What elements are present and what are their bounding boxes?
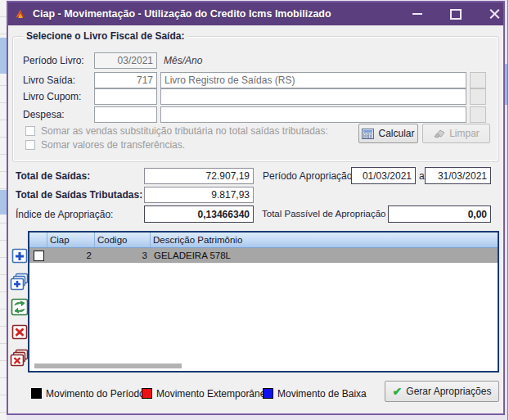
indice-apropriacao-field[interactable]: 0,13466340	[144, 205, 254, 223]
periodo-apropriacao-separator: a	[419, 170, 425, 182]
despesa-code-field[interactable]	[94, 106, 157, 123]
periodo-apropriacao-from-field[interactable]: 01/03/2021	[351, 167, 416, 184]
row-checkbox[interactable]	[34, 251, 44, 261]
periodo-apropriacao-to-field[interactable]: 31/03/2021	[425, 167, 491, 184]
total-saidas-tributadas-field[interactable]: 9.817,93	[144, 187, 254, 203]
close-button[interactable]	[480, 2, 508, 25]
app-logo-icon	[14, 7, 27, 20]
livro-saida-desc-field[interactable]: Livro Registro de Saídas (RS)	[160, 72, 466, 88]
background-bottom-sliver	[7, 415, 505, 420]
maximize-button[interactable]	[442, 2, 470, 25]
total-passivel-label: Total Passível de Apropriação Mês:	[262, 209, 409, 219]
row-descricao-cell: GELADEIRA 578L	[151, 248, 498, 263]
legend-swatch-extemporaneo	[142, 388, 152, 399]
row-select-cell	[29, 248, 47, 263]
refresh-icon	[11, 298, 29, 316]
background-band	[0, 38, 7, 74]
somar-transferencias-label: Somar valores de transferências.	[41, 139, 185, 151]
window-title: Ciap - Movimentação - Utilização do Cred…	[33, 8, 331, 20]
add-multiple-icon	[10, 272, 29, 291]
livro-cupom-label: Livro Cupom:	[23, 91, 81, 102]
row-ciap-cell: 2	[47, 248, 95, 263]
limpar-button[interactable]: Limpar	[422, 124, 490, 143]
grid-header-descricao[interactable]: Descrição Patrimônio	[151, 233, 498, 247]
despesa-label: Despesa:	[23, 109, 65, 120]
calcular-button-label: Calcular	[378, 128, 414, 139]
legend-swatch-periodo	[31, 388, 42, 399]
livro-saida-label: Livro Saída:	[23, 75, 75, 86]
grid-header-select	[29, 233, 47, 247]
minimize-button[interactable]	[403, 2, 431, 25]
limpar-button-label: Limpar	[449, 128, 480, 139]
background-border	[507, 0, 508, 420]
background-window-right-sliver	[505, 0, 509, 420]
total-saidas-label: Total de Saídas:	[16, 170, 90, 182]
table-row[interactable]: 2 3 GELADEIRA 578L	[29, 248, 498, 263]
dialog-client-area: Selecione o Livro Fiscal de Saída: Perío…	[8, 25, 503, 413]
delete-multiple-icon	[10, 348, 29, 368]
calculator-icon	[362, 129, 374, 139]
grid-header-codigo[interactable]: Codigo	[95, 233, 151, 247]
livro-cupom-code-field[interactable]	[94, 88, 157, 105]
somar-substituicao-label: Somar as vendas substituição tributária …	[41, 125, 328, 137]
total-saidas-field[interactable]: 72.907,19	[144, 168, 254, 184]
add-record-icon	[11, 247, 29, 265]
calcular-button[interactable]: Calcular	[358, 124, 418, 143]
groupbox-title: Selecione o Livro Fiscal de Saída:	[23, 30, 187, 42]
periodo-livro-label: Período Livro:	[23, 55, 84, 66]
grid-header-ciap[interactable]: Ciap	[47, 233, 95, 247]
total-saidas-tributadas-label: Total de Saídas Tributadas:	[16, 189, 142, 201]
livro-saida-lookup-button[interactable]	[470, 72, 486, 88]
check-icon: ✔	[393, 385, 403, 398]
close-icon	[489, 9, 500, 20]
total-passivel-field[interactable]: 0,00	[388, 205, 491, 223]
row-codigo-cell: 3	[95, 248, 151, 263]
delete-record-icon	[11, 323, 29, 341]
eraser-icon	[433, 129, 445, 138]
despesa-lookup-button[interactable]	[470, 106, 486, 123]
ciap-dialog: Ciap - Movimentação - Utilização do Cred…	[7, 1, 505, 415]
livro-saida-code-field[interactable]: 717	[94, 72, 157, 88]
livro-cupom-lookup-button[interactable]	[470, 88, 486, 105]
grid-header: Ciap Codigo Descrição Patrimônio	[29, 233, 498, 248]
background-fragment	[505, 64, 507, 105]
maximize-icon	[450, 9, 462, 20]
background-band	[0, 190, 7, 215]
periodo-livro-field[interactable]: 03/2021	[94, 52, 157, 69]
legend-swatch-baixa	[263, 388, 273, 399]
despesa-desc-field[interactable]	[160, 106, 466, 123]
legend-label-extemporaneo: Movimento Extemporâneo	[156, 388, 271, 400]
background-window-left-sliver	[0, 0, 7, 420]
somar-substituicao-checkbox[interactable]	[25, 126, 35, 136]
horizontal-scrollbar[interactable]	[34, 364, 182, 368]
gerar-apropriacoes-button[interactable]: ✔ Gerar Apropriações	[385, 381, 499, 402]
legend-label-baixa: Movimento de Baixa	[277, 388, 367, 400]
mes-ano-hint: Mês/Ano	[164, 55, 202, 66]
patrimonio-grid[interactable]: Ciap Codigo Descrição Patrimônio 2 3 GEL…	[28, 231, 499, 373]
minimize-icon	[412, 13, 422, 15]
gerar-apropriacoes-label: Gerar Apropriações	[406, 386, 491, 397]
titlebar[interactable]: Ciap - Movimentação - Utilização do Cred…	[8, 2, 503, 25]
legend-label-periodo: Movimento do Período	[46, 388, 145, 400]
somar-transferencias-checkbox[interactable]	[25, 140, 35, 150]
indice-apropriacao-label: Índice de Apropriação:	[16, 209, 113, 220]
livro-cupom-desc-field[interactable]	[160, 88, 466, 105]
periodo-apropriacao-label: Período Apropriação:	[263, 170, 355, 182]
